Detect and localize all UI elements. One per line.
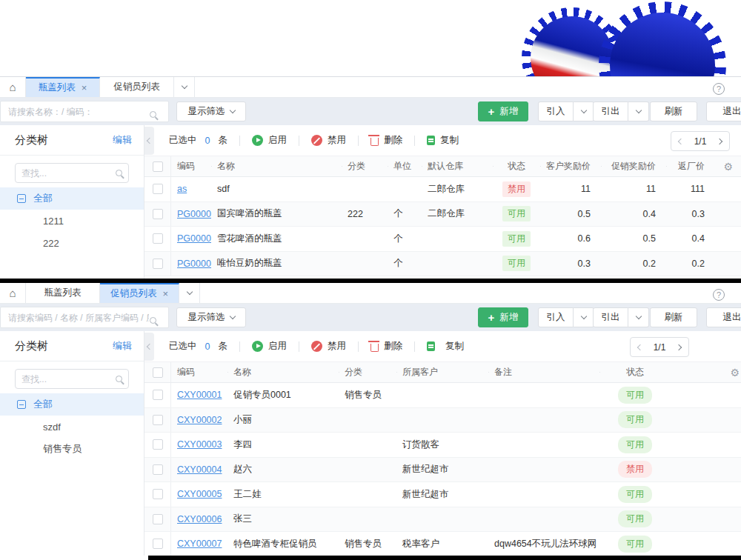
- search-input[interactable]: [0, 307, 169, 328]
- row-checkbox[interactable]: [153, 489, 163, 499]
- trash-icon: [370, 138, 379, 146]
- row-checkbox[interactable]: [153, 539, 163, 549]
- home-tab[interactable]: ⌂: [0, 77, 26, 97]
- table-row[interactable]: PG00001 国宾啤酒的瓶盖 222 个 二郎仓库 可用 0.5 0.4 0.…: [144, 202, 741, 227]
- edit-link[interactable]: 编辑: [113, 339, 132, 353]
- help-button[interactable]: ?: [713, 287, 725, 301]
- code-link[interactable]: PG00001: [177, 209, 211, 219]
- copy-button[interactable]: 复制: [427, 134, 459, 147]
- collapse-minus-icon[interactable]: [17, 194, 26, 203]
- delete-button[interactable]: 删除: [370, 340, 402, 353]
- exit-button[interactable]: 退出: [706, 307, 741, 327]
- row-checkbox[interactable]: [153, 233, 163, 244]
- tab-bottle-cap-list[interactable]: 瓶盖列表: [26, 283, 100, 303]
- add-button[interactable]: +新增: [478, 307, 528, 327]
- search-icon[interactable]: [150, 313, 156, 327]
- exit-button[interactable]: 退出: [706, 101, 741, 121]
- enable-button[interactable]: 启用: [252, 340, 287, 353]
- tree-search-input[interactable]: [21, 374, 116, 384]
- show-filter-button[interactable]: 显示筛选: [176, 101, 246, 121]
- import-dropdown[interactable]: [574, 307, 594, 327]
- code-link[interactable]: CXY00001: [177, 390, 222, 400]
- select-all-checkbox[interactable]: [153, 367, 163, 378]
- tab-promoter-list[interactable]: 促销员列表: [100, 77, 174, 97]
- code-link[interactable]: PG00002: [177, 233, 211, 244]
- tree-node-all[interactable]: 全部: [0, 393, 144, 416]
- sidebar-collapse-handle[interactable]: [144, 333, 154, 361]
- tree-node[interactable]: 销售专员: [0, 438, 144, 460]
- row-checkbox[interactable]: [153, 514, 163, 524]
- sidebar-collapse-handle[interactable]: [144, 127, 154, 155]
- table-row[interactable]: CXY00002 小丽 可用: [144, 408, 741, 433]
- row-checkbox[interactable]: [153, 209, 163, 219]
- tab-bottle-cap-list[interactable]: 瓶盖列表 ×: [26, 77, 100, 97]
- enable-button[interactable]: 启用: [252, 134, 287, 147]
- prev-page-icon[interactable]: [678, 138, 684, 144]
- code-link[interactable]: as: [177, 184, 187, 194]
- next-page-icon[interactable]: [676, 344, 682, 350]
- tree-node[interactable]: szdf: [0, 416, 144, 438]
- delete-button[interactable]: 删除: [370, 134, 402, 147]
- column-settings-icon[interactable]: ⚙: [730, 367, 740, 379]
- home-tab[interactable]: ⌂: [0, 283, 26, 303]
- export-dropdown[interactable]: [628, 101, 649, 121]
- export-button[interactable]: 引出: [593, 307, 628, 327]
- disable-button[interactable]: 禁用: [311, 134, 346, 147]
- collapse-minus-icon[interactable]: [17, 400, 26, 409]
- import-button[interactable]: 引入: [538, 307, 574, 327]
- tree-node-all[interactable]: 全部: [0, 187, 144, 210]
- table-row[interactable]: CXY00003 李四 订货散客 可用: [144, 433, 741, 458]
- copy-button[interactable]: 复制: [427, 340, 464, 353]
- add-button[interactable]: +新增: [478, 101, 528, 121]
- question-icon: ?: [713, 289, 725, 301]
- tab-dropdown[interactable]: [174, 77, 195, 97]
- code-link[interactable]: CXY00007: [177, 539, 222, 549]
- row-checkbox[interactable]: [153, 439, 163, 450]
- table-row[interactable]: PG00002 雪花啤酒的瓶盖 个 可用 0.6 0.5 0.4: [144, 227, 741, 252]
- column-settings-icon[interactable]: ⚙: [723, 161, 733, 173]
- table-row[interactable]: CXY00007 特色啤酒专柜促销员 销售专员 税率客户 dqw4654不玩儿法…: [144, 532, 741, 556]
- close-icon[interactable]: ×: [163, 288, 169, 299]
- tree-node[interactable]: 1211: [0, 210, 144, 232]
- row-checkbox[interactable]: [153, 464, 163, 475]
- show-filter-button[interactable]: 显示筛选: [176, 307, 246, 327]
- edit-link[interactable]: 编辑: [113, 133, 132, 147]
- row-checkbox[interactable]: [153, 390, 163, 400]
- tab-dropdown[interactable]: [179, 283, 200, 303]
- tree-search-input[interactable]: [21, 168, 116, 179]
- home-icon: ⌂: [9, 287, 16, 299]
- table-row[interactable]: CXY00004 赵六 新世纪超市 禁用: [144, 458, 741, 483]
- code-link[interactable]: CXY00005: [177, 489, 222, 499]
- search-input[interactable]: [0, 101, 169, 122]
- export-dropdown[interactable]: [628, 307, 649, 327]
- table-row[interactable]: PG00003 唯怡豆奶的瓶盖 个 可用 0.3 0.2 0.2: [144, 252, 741, 277]
- tree-node[interactable]: 222: [0, 232, 144, 254]
- search-icon[interactable]: [150, 107, 156, 121]
- next-page-icon[interactable]: [717, 138, 722, 144]
- row-checkbox[interactable]: [153, 184, 163, 194]
- code-link[interactable]: CXY00002: [177, 415, 222, 425]
- disable-button[interactable]: 禁用: [311, 340, 346, 353]
- code-link[interactable]: CXY00004: [177, 464, 222, 475]
- refresh-button[interactable]: 刷新: [650, 307, 697, 327]
- code-link[interactable]: PG00003: [177, 259, 211, 269]
- close-icon[interactable]: ×: [82, 82, 87, 93]
- row-checkbox[interactable]: [153, 415, 163, 425]
- grid-view-button[interactable]: [725, 341, 730, 354]
- help-button[interactable]: ?: [713, 81, 725, 95]
- table-row[interactable]: CXY00005 王二娃 新世纪超市 可用: [144, 482, 741, 507]
- code-link[interactable]: CXY00006: [177, 514, 222, 524]
- row-checkbox[interactable]: [153, 259, 163, 269]
- table-row[interactable]: CXY00001 促销专员0001 销售专员 可用: [144, 383, 741, 408]
- select-all-checkbox[interactable]: [153, 161, 163, 172]
- code-link[interactable]: CXY00003: [177, 439, 222, 450]
- table-row[interactable]: CXY00006 张三 可用: [144, 507, 741, 533]
- import-dropdown[interactable]: [574, 101, 594, 121]
- refresh-button[interactable]: 刷新: [650, 101, 697, 121]
- export-button[interactable]: 引出: [593, 101, 628, 121]
- prev-page-icon[interactable]: [637, 344, 643, 350]
- play-circle-icon: [252, 341, 263, 352]
- table-row[interactable]: as sdf 二郎仓库 禁用 11 11 111: [144, 177, 741, 202]
- tab-promoter-list[interactable]: 促销员列表 ×: [100, 283, 179, 303]
- import-button[interactable]: 引入: [538, 101, 574, 121]
